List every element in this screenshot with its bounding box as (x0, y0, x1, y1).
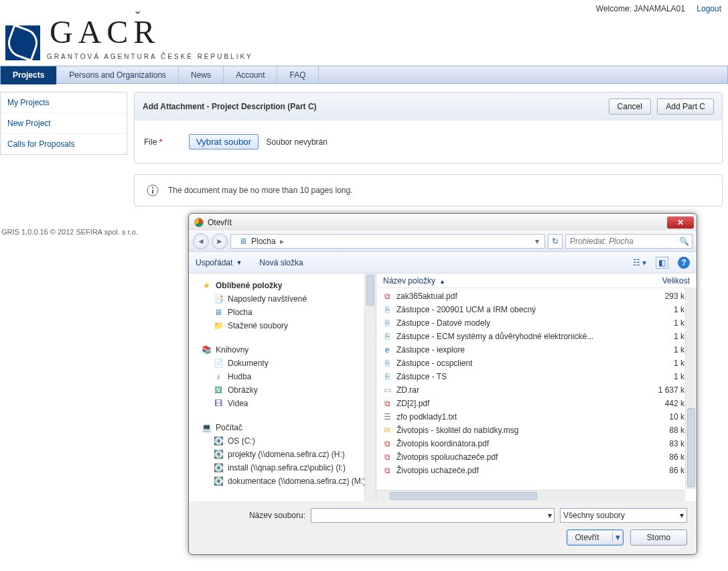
info-text: The document may be no more than 10 page… (168, 186, 353, 195)
tab-faq[interactable]: FAQ (277, 66, 318, 84)
tab-news[interactable]: News (179, 66, 224, 84)
file-label: File (144, 137, 157, 147)
refresh-button[interactable]: ↻ (548, 234, 563, 236)
sidebar-calls[interactable]: Calls for Proposals (1, 134, 127, 154)
search-input[interactable] (566, 235, 676, 236)
chrome-icon (194, 218, 204, 227)
logo-subtitle: GRANTOVÁ AGENTURA ČESKÉ REPUBLIKY (47, 53, 253, 60)
info-icon (147, 184, 159, 196)
info-panel: The document may be no more than 10 page… (134, 174, 723, 206)
logo-block: GACRˇ GRANTOVÁ AGENTURA ČESKÉ REPUBLIKY (0, 13, 728, 66)
username: JANAMALA01 (634, 4, 685, 13)
topbar: Welcome: JANAMALA01 Logout (0, 0, 728, 15)
logout-link[interactable]: Logout (697, 4, 721, 13)
no-file-label: Soubor nevybrán (267, 137, 327, 147)
welcome-label: Welcome: (596, 4, 632, 13)
svg-point-1 (152, 187, 153, 188)
attachment-panel: Add Attachment - Project Description (Pa… (134, 92, 723, 164)
logo-text: GACRˇ (50, 13, 253, 50)
sidebar-new-project[interactable]: New Project (1, 113, 127, 134)
dialog-titlebar[interactable]: Otevřít ✕ (189, 214, 697, 231)
required-mark: * (159, 137, 163, 147)
dialog-title: Otevřít (208, 218, 667, 227)
nav-forward-button[interactable]: ► (212, 233, 228, 236)
sidebar-my-projects[interactable]: My Projects (1, 92, 127, 113)
tab-projects[interactable]: Projects (1, 66, 57, 84)
sidebar: My Projects New Project Calls for Propos… (0, 92, 127, 217)
tab-persons[interactable]: Persons and Organizations (57, 66, 179, 84)
choose-file-button[interactable]: Vybrat soubor (189, 134, 259, 149)
main-nav: Projects Persons and Organizations News … (0, 66, 728, 84)
add-part-c-button[interactable]: Add Part C (657, 99, 714, 115)
nav-back-button[interactable]: ◄ (193, 233, 209, 236)
tab-account[interactable]: Account (224, 66, 277, 84)
window-close-button[interactable]: ✕ (667, 216, 694, 229)
search-box[interactable]: 🔍 (565, 234, 693, 236)
svg-rect-2 (152, 190, 153, 194)
file-open-dialog: Otevřít ✕ ◄ ► 🖥Plocha ▸ ▾ ↻ 🔍 Uspořádat▼… (188, 213, 697, 236)
panel-title: Add Attachment - Project Description (Pa… (143, 102, 317, 111)
breadcrumb-path[interactable]: 🖥Plocha ▸ ▾ (230, 234, 545, 236)
dialog-nav: ◄ ► 🖥Plocha ▸ ▾ ↻ 🔍 (189, 231, 697, 236)
cancel-button[interactable]: Cancel (609, 99, 651, 115)
logo-mark (5, 25, 40, 60)
